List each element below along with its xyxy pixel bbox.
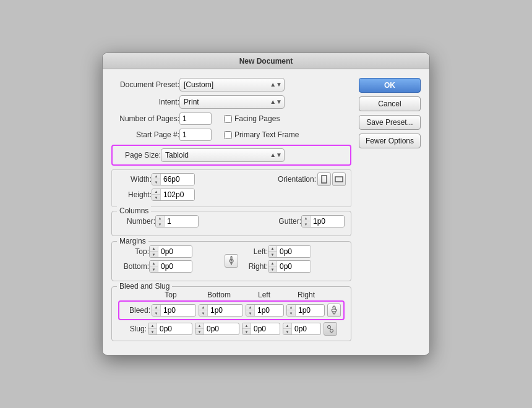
num-pages-row: Number of Pages: Facing Pages	[111, 113, 351, 125]
bleed-link-btn[interactable]	[327, 304, 341, 317]
facing-pages-row: Facing Pages	[224, 114, 280, 123]
margin-right-down-arrow[interactable]: ▼	[268, 266, 277, 273]
margin-top-input[interactable]	[158, 245, 192, 258]
bleed-left-spin[interactable]: ▲ ▼	[246, 304, 255, 317]
ok-button[interactable]: OK	[359, 78, 421, 93]
primary-text-frame-label: Primary Text Frame	[234, 130, 299, 139]
cancel-button[interactable]: Cancel	[359, 96, 421, 111]
columns-down-arrow[interactable]: ▼	[156, 221, 164, 227]
portrait-icon	[321, 175, 327, 184]
margins-link-btn[interactable]	[225, 254, 238, 268]
slug-right-down[interactable]: ▼	[283, 329, 291, 335]
margin-bottom-input[interactable]	[158, 260, 192, 273]
bleed-right-up[interactable]: ▲	[287, 304, 295, 310]
height-up-arrow[interactable]: ▲	[152, 189, 160, 195]
bleed-left-up[interactable]: ▲	[246, 304, 254, 310]
columns-number-label: Number:	[118, 217, 155, 226]
margin-top-label: Top:	[118, 247, 149, 256]
height-input-wrapper: ▲ ▼	[152, 189, 195, 201]
col-top-header: Top	[147, 291, 195, 299]
orientation-landscape-btn[interactable]	[332, 172, 346, 186]
height-down-arrow[interactable]: ▼	[152, 195, 160, 201]
slug-bottom-input[interactable]	[204, 323, 236, 335]
height-input[interactable]	[161, 189, 194, 201]
slug-top-up[interactable]: ▲	[148, 323, 157, 329]
facing-pages-checkbox[interactable]	[224, 115, 232, 123]
bleed-top-spin[interactable]: ▲ ▼	[152, 304, 161, 317]
bleed-left-input[interactable]	[255, 304, 282, 317]
gutter-up-arrow[interactable]: ▲	[302, 215, 310, 221]
margin-left-input[interactable]	[277, 245, 311, 258]
bleed-top-input[interactable]	[161, 304, 193, 317]
bleed-slug-headers: Top Bottom Left Right	[118, 291, 345, 299]
start-page-input[interactable]	[179, 129, 212, 141]
slug-left-up[interactable]: ▲	[242, 323, 251, 329]
slug-right-input[interactable]	[292, 323, 319, 335]
bleed-bottom-up[interactable]: ▲	[199, 304, 207, 310]
bleed-bottom-wrapper: ▲ ▼	[199, 304, 243, 317]
margin-bottom-input-wrapper: ▲ ▼	[149, 260, 192, 273]
gutter-spin-arrows[interactable]: ▲ ▼	[302, 215, 311, 227]
svg-rect-0	[322, 176, 327, 183]
save-preset-button[interactable]: Save Preset...	[359, 115, 421, 130]
bleed-right-down[interactable]: ▼	[287, 310, 295, 317]
slug-row: Slug: ▲ ▼ ▲ ▼	[118, 322, 345, 336]
gutter-input[interactable]	[311, 215, 344, 227]
width-up-arrow[interactable]: ▲	[152, 173, 160, 179]
bleed-bottom-down[interactable]: ▼	[199, 310, 207, 317]
bleed-top-down[interactable]: ▼	[152, 310, 160, 317]
margin-right-up-arrow[interactable]: ▲	[268, 260, 277, 266]
slug-left-spin[interactable]: ▲ ▼	[242, 323, 251, 335]
bleed-top-up[interactable]: ▲	[152, 304, 160, 310]
slug-bottom-spin[interactable]: ▲ ▼	[195, 323, 204, 335]
document-preset-select[interactable]: [Custom]	[179, 78, 285, 91]
bleed-highlight: Bleed: ▲ ▼ ▲ ▼	[118, 300, 345, 320]
bleed-right-input[interactable]	[296, 304, 323, 317]
dimensions-box: Width: ▲ ▼ Orientation:	[111, 169, 351, 207]
margin-left-down-arrow[interactable]: ▼	[268, 252, 277, 258]
margin-top-spin-arrows[interactable]: ▲ ▼	[150, 245, 158, 258]
width-input[interactable]	[161, 173, 194, 185]
gutter-down-arrow[interactable]: ▼	[302, 221, 310, 227]
col-right-header: Right	[285, 291, 327, 299]
margin-top-down-arrow[interactable]: ▼	[150, 252, 158, 258]
slug-top-spin[interactable]: ▲ ▼	[148, 323, 157, 335]
height-spin-arrows[interactable]: ▲ ▼	[152, 189, 161, 201]
intent-select[interactable]: Print	[179, 95, 285, 109]
slug-left-input[interactable]	[251, 323, 278, 335]
bleed-bottom-input[interactable]	[208, 304, 240, 317]
slug-bottom-up[interactable]: ▲	[195, 323, 204, 329]
columns-up-arrow[interactable]: ▲	[156, 215, 164, 221]
columns-input[interactable]	[165, 215, 198, 227]
slug-right-spin[interactable]: ▲ ▼	[283, 323, 292, 335]
margin-bottom-row: Bottom: ▲ ▼	[118, 260, 220, 273]
bleed-bottom-spin[interactable]: ▲ ▼	[199, 304, 208, 317]
bleed-right-spin[interactable]: ▲ ▼	[287, 304, 296, 317]
orientation-portrait-btn[interactable]	[317, 172, 331, 186]
slug-left-down[interactable]: ▼	[242, 329, 251, 335]
margin-right-input[interactable]	[277, 260, 311, 273]
slug-top-down[interactable]: ▼	[148, 329, 157, 335]
margin-top-up-arrow[interactable]: ▲	[150, 245, 158, 252]
margin-left-spin-arrows[interactable]: ▲ ▼	[268, 245, 277, 258]
slug-top-input[interactable]	[157, 323, 189, 335]
page-size-select[interactable]: Tabloid	[161, 148, 285, 162]
fewer-options-button[interactable]: Fewer Options	[359, 134, 421, 148]
columns-spin-arrows[interactable]: ▲ ▼	[156, 215, 165, 227]
margin-bottom-up-arrow[interactable]: ▲	[150, 260, 158, 266]
num-pages-input[interactable]	[179, 113, 212, 125]
width-down-arrow[interactable]: ▼	[152, 179, 160, 185]
width-spin-arrows[interactable]: ▲ ▼	[152, 173, 161, 185]
slug-right-up[interactable]: ▲	[283, 323, 291, 329]
margins-section: Margins Top: ▲ ▼	[111, 241, 351, 281]
margin-bottom-down-arrow[interactable]: ▼	[150, 266, 158, 273]
bleed-left-down[interactable]: ▼	[246, 310, 254, 317]
margin-bottom-spin-arrows[interactable]: ▲ ▼	[150, 260, 158, 273]
primary-text-frame-checkbox[interactable]	[224, 131, 232, 139]
margin-right-spin-arrows[interactable]: ▲ ▼	[268, 260, 277, 273]
slug-bottom-down[interactable]: ▼	[195, 329, 204, 335]
slug-link-btn[interactable]	[324, 322, 337, 336]
intent-select-wrapper: Print ▲▼	[179, 95, 285, 109]
margin-left-up-arrow[interactable]: ▲	[268, 245, 277, 252]
margin-left-label: Left:	[243, 247, 268, 256]
